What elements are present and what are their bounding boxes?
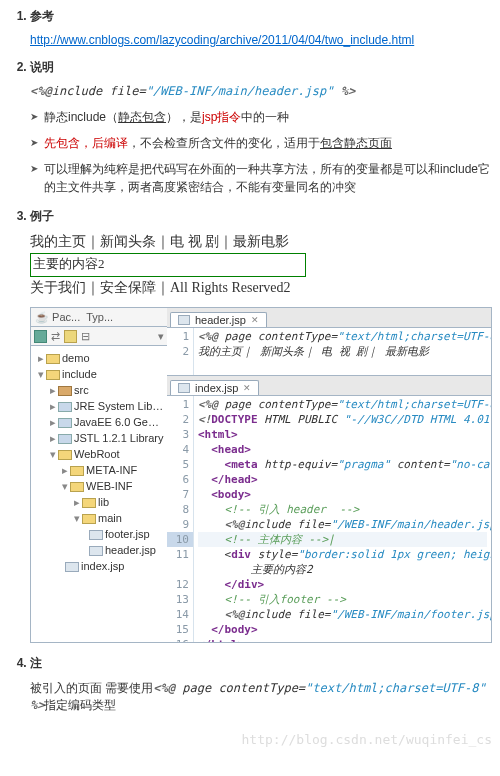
editor-header: header.jsp✕ 12 <%@ page contentType="tex… xyxy=(167,308,491,376)
include-directive: <%@include file="/WEB-INF/main/header.js… xyxy=(30,84,492,98)
section-1: 参考 http://www.cnblogs.com/lazycoding/arc… xyxy=(30,8,492,47)
section-2: 说明 <%@include file="/WEB-INF/main/header… xyxy=(30,59,492,196)
file-tree[interactable]: ▸demo ▾include ▸src ▸JRE System Library … xyxy=(31,346,167,578)
reference-link[interactable]: http://www.cnblogs.com/lazycoding/archiv… xyxy=(30,33,414,47)
explorer-toolbar[interactable]: ⇄⊟▾ xyxy=(31,327,167,346)
note-text-post: 指定编码类型 xyxy=(44,698,116,712)
preview-footer: 关于我们｜安全保障｜All Rights Reserved2 xyxy=(30,279,492,297)
preview-nav: 我的主页｜新闻头条｜电 视 剧｜最新电影 xyxy=(30,233,492,251)
bullet-2: 先包含，后编译，不会检查所含文件的变化，适用于包含静态页面 xyxy=(30,134,492,152)
close-icon[interactable]: ✕ xyxy=(251,315,259,325)
editor-index: index.jsp✕ 1234567891011 121314151617 <%… xyxy=(167,376,491,642)
code-index[interactable]: 1234567891011 121314151617 <%@ page cont… xyxy=(167,396,491,642)
section-1-title: 参考 xyxy=(30,9,54,23)
tab-index[interactable]: index.jsp✕ xyxy=(170,380,259,395)
bullet-1: 静态include（静态包含），是jsp指令中的一种 xyxy=(30,108,492,126)
rendered-preview: 我的主页｜新闻头条｜电 视 剧｜最新电影 主要的内容2 关于我们｜安全保障｜Al… xyxy=(30,233,492,297)
section-4-title: 注 xyxy=(30,656,42,670)
project-explorer: ☕ Pac... Typ... ⇄⊟▾ ▸demo ▾include ▸src … xyxy=(31,308,168,642)
section-3-title: 例子 xyxy=(30,209,54,223)
preview-body: 主要的内容2 xyxy=(30,253,306,277)
link-icon[interactable] xyxy=(64,330,77,343)
section-3: 例子 我的主页｜新闻头条｜电 视 剧｜最新电影 主要的内容2 关于我们｜安全保障… xyxy=(30,208,492,643)
explorer-tabs[interactable]: ☕ Pac... Typ... xyxy=(31,308,167,327)
tab-header[interactable]: header.jsp✕ xyxy=(170,312,267,327)
close-icon[interactable]: ✕ xyxy=(243,383,251,393)
nav-icon[interactable] xyxy=(34,330,47,343)
section-4: 注 被引入的页面 需要使用<%@ page contentType="text/… xyxy=(30,655,492,714)
note-text-pre: 被引入的页面 需要使用 xyxy=(30,681,153,695)
section-2-title: 说明 xyxy=(30,60,54,74)
code-header[interactable]: 12 <%@ page contentType="text/html;chars… xyxy=(167,328,491,375)
bullet-3: 可以理解为纯粹是把代码写在外面的一种共享方法，所有的变量都是可以和include… xyxy=(30,160,492,196)
ide-screenshot: ☕ Pac... Typ... ⇄⊟▾ ▸demo ▾include ▸src … xyxy=(30,307,492,643)
watermark: http://blog.csdn.net/wuqinfei_cs xyxy=(8,732,492,747)
